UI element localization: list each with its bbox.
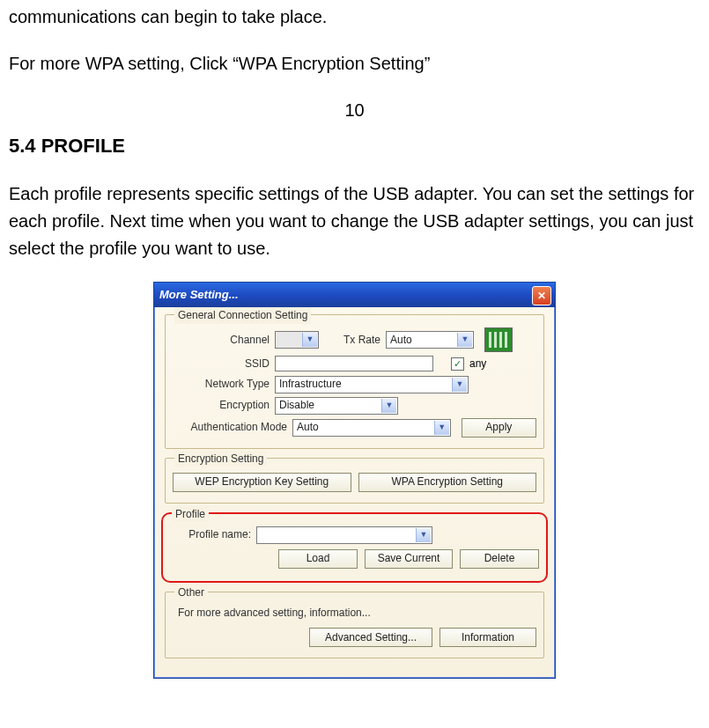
ssid-label: SSID: [173, 356, 270, 372]
load-btn-label: Load: [306, 550, 330, 567]
information-btn-label: Information: [462, 629, 514, 646]
page-number: 10: [9, 97, 700, 124]
group-legend: Encryption Setting: [174, 451, 267, 467]
paragraph: communications can begin to take place.: [9, 4, 700, 31]
channel-txrate-row: Channel ▼ Tx Rate Auto ▼: [173, 327, 536, 352]
chevron-down-icon: ▼: [434, 421, 449, 435]
txrate-select[interactable]: Auto ▼: [386, 331, 474, 349]
apply-button[interactable]: Apply: [462, 418, 536, 438]
general-connection-group: General Connection Setting Channel ▼ Tx …: [165, 314, 544, 449]
other-buttons-row: Advanced Setting... Information: [173, 628, 536, 647]
more-setting-dialog: More Setting... ✕ General Connection Set…: [153, 282, 556, 679]
chevron-down-icon: ▼: [302, 333, 317, 347]
auth-mode-value: Auto: [297, 419, 319, 436]
txrate-label: Tx Rate: [336, 332, 380, 349]
encryption-setting-group: Encryption Setting WEP Encryption Key Se…: [165, 458, 544, 504]
window-close-button[interactable]: ✕: [532, 286, 551, 305]
load-profile-button[interactable]: Load: [278, 549, 358, 569]
delete-profile-button[interactable]: Delete: [460, 549, 539, 569]
section-heading: 5.4 PROFILE: [9, 131, 700, 161]
encryption-buttons-row: WEP Encryption Key Setting WPA Encryptio…: [173, 473, 536, 492]
other-description: For more advanced setting, information..…: [178, 605, 536, 621]
wifi-signal-icon: [484, 327, 513, 352]
checkmark-icon: ✓: [454, 357, 462, 371]
auth-mode-select[interactable]: Auto ▼: [292, 419, 451, 437]
any-checkbox[interactable]: ✓: [451, 357, 464, 371]
profile-group: Profile Profile name: ▼ Load Save: [161, 512, 548, 583]
wep-btn-label: WEP Encryption Key Setting: [195, 474, 329, 490]
network-type-row: Network Type Infrastructure ▼: [173, 376, 536, 393]
ssid-input[interactable]: [275, 356, 433, 371]
advanced-btn-label: Advanced Setting...: [325, 629, 417, 646]
group-legend: Other: [174, 585, 208, 601]
wpa-setting-button[interactable]: WPA Encryption Setting: [358, 473, 537, 492]
section-body: Each profile represents specific setting…: [9, 180, 700, 262]
txrate-value: Auto: [390, 332, 412, 349]
paragraph: For more WPA setting, Click “WPA Encrypt…: [9, 50, 700, 77]
dialog-body: General Connection Setting Channel ▼ Tx …: [154, 307, 555, 678]
network-type-value: Infrastructure: [279, 376, 342, 393]
close-icon: ✕: [537, 288, 546, 305]
encryption-select[interactable]: Disable ▼: [275, 397, 398, 415]
auth-row: Authentication Mode Auto ▼ Apply: [173, 418, 536, 438]
wep-setting-button[interactable]: WEP Encryption Key Setting: [173, 473, 351, 492]
delete-btn-label: Delete: [484, 550, 515, 567]
network-type-label: Network Type: [173, 376, 270, 393]
profile-buttons-row: Load Save Current Delete: [170, 549, 539, 569]
save-btn-label: Save Current: [378, 550, 440, 567]
chevron-down-icon: ▼: [416, 528, 431, 542]
ssid-row: SSID ✓ any: [173, 356, 536, 372]
information-button[interactable]: Information: [439, 628, 536, 647]
apply-label: Apply: [485, 419, 512, 436]
document-fragment: communications can begin to take place. …: [0, 0, 709, 688]
network-type-select[interactable]: Infrastructure ▼: [275, 376, 469, 393]
channel-label: Channel: [173, 332, 270, 349]
encryption-value: Disable: [279, 397, 314, 414]
profile-name-row: Profile name: ▼: [170, 526, 539, 544]
chevron-down-icon: ▼: [457, 333, 472, 347]
other-group: Other For more advanced setting, informa…: [165, 592, 544, 659]
encryption-label: Encryption: [173, 397, 270, 414]
window-title: More Setting...: [159, 286, 239, 304]
group-legend: General Connection Setting: [174, 307, 311, 324]
chevron-down-icon: ▼: [452, 378, 467, 392]
group-legend: Profile: [172, 506, 209, 523]
window-title-bar[interactable]: More Setting... ✕: [154, 283, 555, 307]
channel-select[interactable]: ▼: [275, 331, 319, 349]
chevron-down-icon: ▼: [381, 399, 396, 413]
wpa-btn-label: WPA Encryption Setting: [391, 474, 503, 490]
advanced-setting-button[interactable]: Advanced Setting...: [309, 628, 432, 647]
save-profile-button[interactable]: Save Current: [365, 549, 453, 569]
auth-mode-label: Authentication Mode: [173, 419, 287, 436]
encryption-row: Encryption Disable ▼: [173, 397, 536, 415]
dialog-container: More Setting... ✕ General Connection Set…: [9, 282, 700, 679]
profile-name-select[interactable]: ▼: [256, 526, 432, 544]
profile-name-label: Profile name:: [170, 526, 251, 543]
any-label: any: [469, 356, 486, 372]
